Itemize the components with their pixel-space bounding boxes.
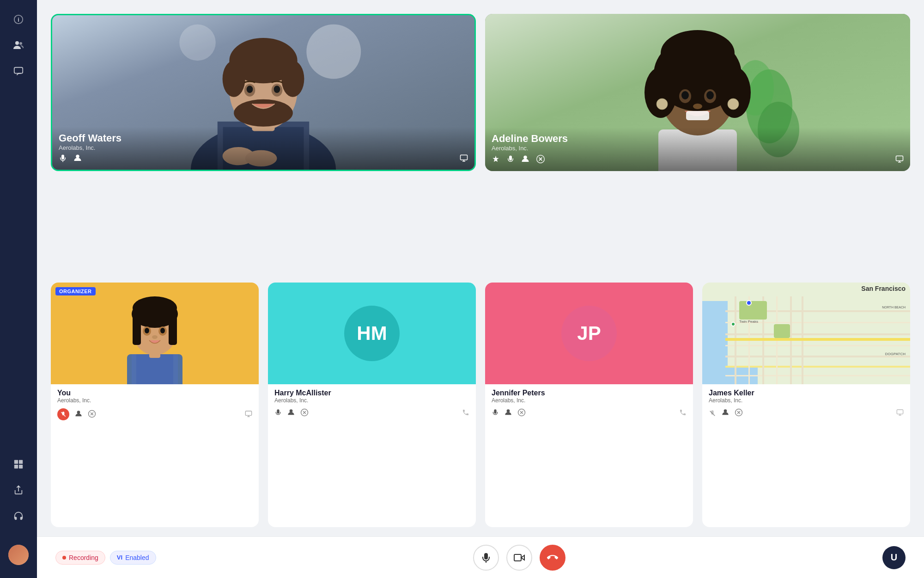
svg-rect-5 [14,460,18,464]
svg-rect-72 [245,411,251,415]
people-icon[interactable] [8,35,29,55]
jennifer-initials: JP [561,306,617,361]
harry-close-icon[interactable] [300,408,309,418]
recording-badge[interactable]: Recording [55,551,105,565]
vi-enabled-badge[interactable]: VI Enabled [110,551,156,565]
vi-enabled-label: Enabled [125,554,149,561]
svg-point-39 [661,30,735,76]
svg-rect-29 [461,155,468,160]
geoff-org: Aerolabs, Inc. [59,144,468,151]
geoff-screen-icon[interactable] [460,154,468,164]
james-person-icon[interactable] [722,409,729,418]
svg-rect-86 [897,410,903,414]
participant-panel-jennifer: JP Jennifer Peters Aerolabs, Inc. [485,283,693,527]
harry-details: Harry McAllister Aerolabs, Inc. [268,384,476,406]
harry-mic-icon[interactable] [274,409,282,418]
svg-point-44 [681,91,689,99]
participant-panel-geoff: Geoff Waters Aerolabs, Inc. [51,14,476,171]
adeline-close-icon[interactable] [536,154,545,166]
svg-point-68 [77,411,80,414]
recording-label: Recording [69,554,98,561]
camera-button[interactable] [506,545,532,571]
adeline-mic-icon[interactable] [506,155,515,165]
adeline-pin-icon[interactable] [492,155,500,165]
participant-panel-james: San Francisco Twin Peaks DOGPATCH NORTH … [702,283,910,527]
mute-button[interactable] [473,545,499,571]
svg-rect-4 [14,68,23,74]
jennifer-mic-icon[interactable] [492,409,499,418]
you-org: Aerolabs, Inc. [57,397,252,404]
end-call-icon [547,552,558,563]
adeline-screen-icon[interactable] [895,155,904,165]
grid-icon[interactable] [8,454,29,474]
harry-phone-icon[interactable] [462,409,469,418]
end-call-button[interactable] [540,545,565,571]
svg-point-18 [223,61,245,97]
sidebar: i [0,0,37,578]
jennifer-details: Jennifer Peters Aerolabs, Inc. [485,384,693,406]
jennifer-phone-icon[interactable] [679,409,687,418]
james-screen-icon[interactable] [896,409,904,418]
svg-point-2 [15,41,19,45]
james-mic-muted-icon[interactable] [709,410,716,417]
jennifer-person-icon[interactable] [505,409,512,418]
geoff-name: Geoff Waters [59,132,468,144]
vi-label-prefix: VI [117,554,122,561]
you-screen-icon[interactable] [245,410,252,419]
harry-org: Aerolabs, Inc. [274,397,469,404]
mic-icon [480,552,492,563]
adeline-org: Aerolabs, Inc. [492,145,904,152]
svg-point-41 [728,98,739,110]
bottom-row: ORGANIZER [51,283,910,527]
you-photo: ORGANIZER [51,283,259,384]
geoff-person-icon[interactable] [73,154,82,164]
svg-point-10 [306,25,361,79]
main-content: Geoff Waters Aerolabs, Inc. [37,0,924,578]
camera-icon [514,552,525,563]
headset-icon[interactable] [8,506,29,526]
svg-point-24 [234,99,293,127]
jennifer-org: Aerolabs, Inc. [492,397,687,404]
share-icon[interactable] [8,480,29,500]
participant-panel-adeline: Adeline Bowers Aerolabs, Inc. [485,14,910,171]
geoff-panel-info: Geoff Waters Aerolabs, Inc. [52,127,474,170]
svg-rect-59 [133,313,141,345]
participant-panel-you: ORGANIZER [51,283,259,527]
svg-point-19 [281,61,304,97]
svg-rect-60 [169,313,177,345]
you-person-icon[interactable] [75,410,82,419]
adeline-panel-info: Adeline Bowers Aerolabs, Inc. [485,127,910,171]
svg-rect-7 [14,465,18,468]
you-close-icon[interactable] [88,410,96,419]
map-simulation: San Francisco Twin Peaks DOGPATCH NORTH … [702,283,910,384]
you-name: You [57,389,252,397]
harry-person-icon[interactable] [287,409,295,418]
user-avatar[interactable] [8,545,29,565]
harry-photo: HM [268,283,476,384]
bottom-bar: Recording VI Enabled U [37,536,924,578]
info-icon[interactable]: i [8,9,29,30]
chat-icon[interactable] [8,61,29,81]
svg-point-61 [133,296,177,320]
james-close-icon[interactable] [735,408,743,418]
james-map: San Francisco Twin Peaks DOGPATCH NORTH … [702,283,910,384]
user-menu-button[interactable]: U [882,546,906,569]
harry-name: Harry McAllister [274,389,469,397]
jennifer-close-icon[interactable] [517,408,526,418]
you-figure [51,283,259,384]
svg-point-47 [693,104,702,109]
jennifer-photo: JP [485,283,693,384]
adeline-person-icon[interactable] [521,155,529,165]
svg-point-11 [179,25,216,61]
svg-rect-8 [19,465,23,468]
svg-point-37 [644,67,677,118]
james-org: Aerolabs, Inc. [709,397,904,404]
adeline-name: Adeline Bowers [492,133,904,145]
svg-point-45 [706,91,714,99]
svg-point-3 [19,42,22,45]
svg-point-22 [247,86,253,93]
geoff-mic-icon[interactable] [59,154,67,164]
svg-rect-52 [896,156,903,161]
you-mic-muted-icon[interactable] [57,408,69,420]
james-controls [702,406,910,423]
